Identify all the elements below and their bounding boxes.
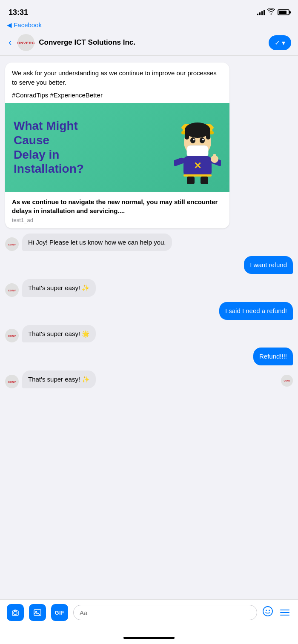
signal-icon [257,9,265,15]
svg-point-33 [14,611,17,615]
status-bar: 13:31 [0,0,298,21]
back-label[interactable]: ◀ Facebook [7,21,42,28]
nav-title: Converge ICT Solutions Inc. [39,38,264,47]
nav-bar: ‹ CONVERGE Converge ICT Solutions Inc. ✓… [0,31,298,56]
message-row: CONV That's super easy! ✨ [5,279,293,297]
card-image: What Might Cause Delay in Installation? [5,103,229,192]
bubble-sent: I want refund [244,256,293,274]
message-row: We ask for your understanding as we cont… [5,63,293,228]
card-text-top: We ask for your understanding as we cont… [5,63,229,91]
wifi-icon [267,9,275,16]
bottom-toolbar: GIF [0,599,298,631]
svg-point-37 [263,607,272,616]
camera-button[interactable] [7,604,24,621]
svg-point-39 [269,610,270,611]
menu-button[interactable] [278,608,291,617]
message-row: I want refund [5,256,293,274]
mascot-image: ✕ [174,111,221,184]
message-row: I said I need a refund! [5,302,293,320]
card-image-text: What Might Cause Delay in Installation? [14,119,174,176]
svg-text:✕: ✕ [194,160,201,171]
message-input[interactable] [73,605,257,620]
svg-point-10 [200,137,205,143]
bot-avatar: CONV [5,329,19,342]
svg-point-38 [266,610,267,611]
home-indicator [0,631,298,644]
card-caption-bold: As we continue to navigate the new norma… [5,192,229,216]
svg-text:CONV: CONV [8,289,16,292]
svg-point-12 [202,139,204,140]
svg-point-11 [193,139,195,140]
status-icons [257,9,289,16]
svg-text:CONV: CONV [8,243,16,246]
svg-rect-13 [187,145,208,157]
photo-button[interactable] [29,604,46,621]
svg-text:CONV: CONV [8,381,16,383]
card-hashtags: #ConradTips #ExperienceBetter [5,91,229,103]
svg-rect-20 [213,154,216,160]
home-bar [123,637,175,639]
svg-text:CONV: CONV [8,335,16,337]
bubble-received: That's super easy! ✨ [22,279,96,297]
message-row: Refund!!!! [5,348,293,365]
bot-avatar: CONV [5,283,19,297]
svg-point-9 [190,137,195,143]
svg-text:CONVERGE: CONVERGE [17,41,34,45]
bubble-received: That's super easy! ✨ [22,370,96,388]
status-time: 13:31 [9,8,28,17]
bubble-sent: I said I need a refund! [219,302,293,320]
svg-rect-16 [183,174,212,177]
gif-button[interactable]: GIF [51,604,68,621]
checkmark-icon: ✓ [275,39,280,47]
card-caption-sub: test1_ad [5,216,229,228]
emoji-button[interactable] [262,606,273,619]
messages-area: We ask for your understanding as we cont… [0,56,298,599]
bubble-received: Hi Joy! Please let us know how we can he… [22,234,172,251]
bubble-sent: Refund!!!! [253,348,293,365]
svg-text:CONV: CONV [284,379,290,382]
message-row: CONV That's super easy! ✨ CONV [5,370,293,388]
bubble-received: That's super easy! 🌟 [22,325,96,343]
chevron-down-icon: ▾ [282,39,285,47]
bot-avatar: CONV [5,375,19,388]
back-button[interactable]: ‹ [7,36,13,49]
card-bubble: We ask for your understanding as we cont… [5,63,229,228]
svg-rect-22 [201,177,208,184]
bot-avatar: CONV [5,237,19,251]
battery-icon [278,9,289,15]
svg-rect-21 [187,177,195,184]
nav-avatar: CONVERGE [17,34,34,51]
action-button[interactable]: ✓ ▾ [269,35,291,50]
svg-rect-8 [206,130,210,140]
svg-rect-7 [185,130,189,140]
message-row: CONV That's super easy! 🌟 [5,325,293,343]
message-row: CONV Hi Joy! Please let us know how we c… [5,234,293,251]
